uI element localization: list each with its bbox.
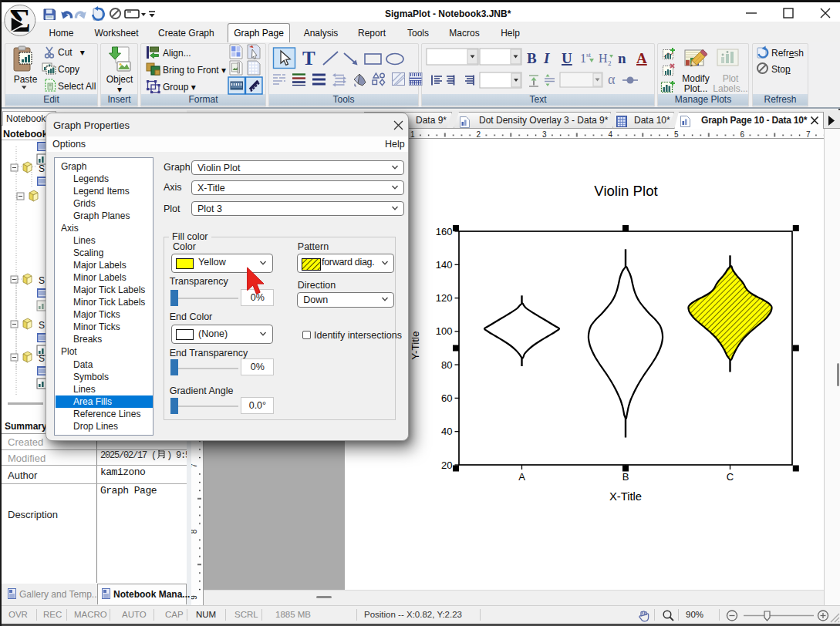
svg-text:20: 20 xyxy=(441,459,452,471)
svg-text:U: U xyxy=(562,50,572,66)
svg-text:S: S xyxy=(39,353,45,364)
svg-text:80: 80 xyxy=(441,359,452,371)
svg-text:st: st xyxy=(586,51,592,59)
svg-text:Y-Title: Y-Title xyxy=(410,331,421,359)
svg-text:7: 7 xyxy=(806,130,811,139)
svg-text:α: α xyxy=(608,72,616,87)
svg-text:S: S xyxy=(39,163,45,174)
svg-text:140: 140 xyxy=(436,259,453,271)
svg-text:I: I xyxy=(543,50,550,66)
svg-text:5: 5 xyxy=(674,130,679,139)
svg-text:B: B xyxy=(527,50,537,66)
svg-text:Violin Plot: Violin Plot xyxy=(594,183,658,199)
svg-text:C: C xyxy=(727,471,734,483)
svg-text:60: 60 xyxy=(441,392,452,404)
svg-text:3: 3 xyxy=(542,130,547,139)
svg-text:H: H xyxy=(599,52,608,65)
svg-text:B: B xyxy=(622,471,629,483)
svg-text:100: 100 xyxy=(436,325,453,337)
svg-text:40: 40 xyxy=(441,426,452,437)
svg-text:7: 7 xyxy=(191,463,198,468)
svg-text:1: 1 xyxy=(410,130,415,139)
svg-text:S: S xyxy=(39,320,45,331)
svg-text:S: S xyxy=(39,275,45,286)
svg-text:1: 1 xyxy=(580,52,586,65)
svg-text:A: A xyxy=(518,471,525,483)
svg-text:160: 160 xyxy=(436,226,453,237)
svg-text:2: 2 xyxy=(608,59,612,67)
svg-text:X-Title: X-Title xyxy=(609,490,642,503)
svg-text:A: A xyxy=(636,50,647,66)
svg-text:4: 4 xyxy=(609,130,613,139)
svg-text:8: 8 xyxy=(191,529,198,533)
svg-text:2: 2 xyxy=(477,130,481,139)
svg-text:9: 9 xyxy=(191,595,198,600)
svg-text:n: n xyxy=(618,50,626,66)
svg-text:120: 120 xyxy=(436,292,453,304)
svg-text:6: 6 xyxy=(740,130,745,139)
svg-text:T: T xyxy=(302,48,315,69)
